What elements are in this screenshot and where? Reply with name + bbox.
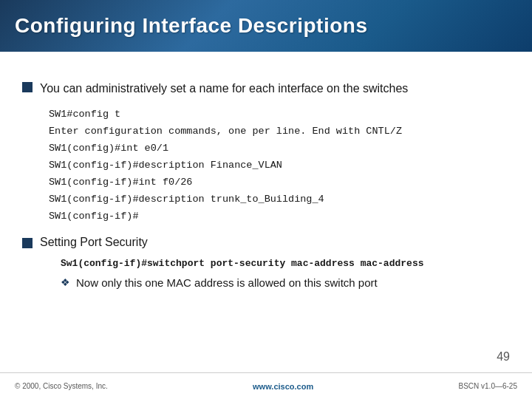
code-line-5: SW1(config-if)#int f0/26: [49, 174, 510, 191]
code-line-4: SW1(config-if)#description Finance_VLAN: [49, 157, 510, 174]
footer: © 2000, Cisco Systems, Inc. www.cisco.co…: [0, 372, 532, 399]
sub-bullet-text: Now only this one MAC address is allowed…: [76, 275, 378, 292]
bullet-2-wrapper: Setting Port Security: [22, 236, 510, 249]
port-security-code: Sw1(config-if)#switchport port-security …: [61, 258, 510, 269]
bullet-square-2: [22, 238, 33, 248]
bullet-square-1: [22, 82, 33, 92]
footer-version: BSCN v1.0—6-25: [459, 382, 517, 390]
code-block-1: SW1#config t Enter configuration command…: [49, 106, 510, 225]
bullet-item-2: Setting Port Security Sw1(config-if)#swi…: [22, 236, 510, 292]
slide-header: Configuring Interface Descriptions: [0, 0, 532, 52]
sub-bullet-1: ❖ Now only this one MAC address is allow…: [61, 275, 510, 292]
code-line-7: SW1(config-if)#: [49, 208, 510, 225]
slide-title: Configuring Interface Descriptions: [15, 14, 368, 38]
bullet-item-1: You can administratively set a name for …: [22, 80, 510, 98]
code-line-6: SW1(config-if)#description trunk_to_Buil…: [49, 191, 510, 208]
code-line-1: SW1#config t: [49, 106, 510, 123]
diamond-icon: ❖: [61, 276, 70, 288]
footer-copyright: © 2000, Cisco Systems, Inc.: [15, 382, 108, 390]
footer-website: www.cisco.com: [253, 382, 313, 391]
slide-content: You can administratively set a name for …: [0, 58, 532, 299]
page-number: 49: [497, 350, 510, 364]
bullet-1-text: You can administratively set a name for …: [40, 80, 408, 98]
bullet-2-title: Setting Port Security: [40, 236, 148, 249]
code-line-3: SW1(config)#int e0/1: [49, 140, 510, 157]
slide: Configuring Interface Descriptions You c…: [0, 0, 532, 399]
code-line-2: Enter configuration commands, one per li…: [49, 123, 510, 140]
